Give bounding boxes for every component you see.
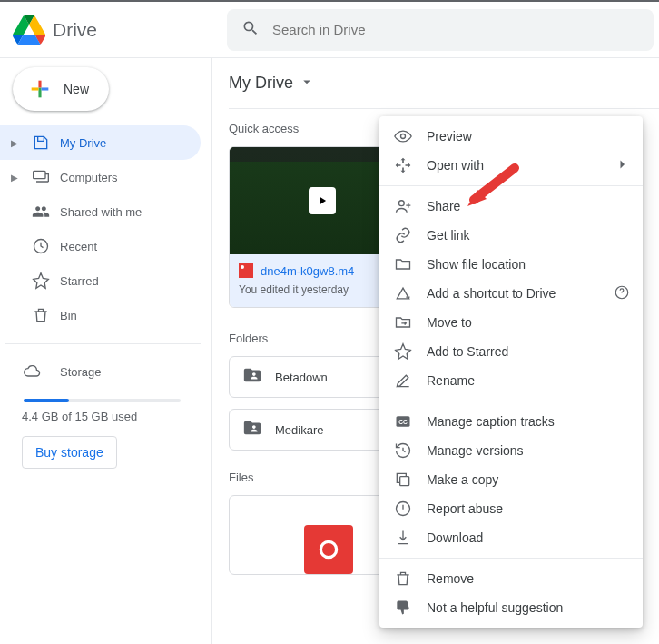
menu-get-link[interactable]: Get link bbox=[379, 221, 643, 250]
thumb-down-icon bbox=[394, 599, 412, 617]
menu-label: Remove bbox=[427, 571, 474, 586]
cc-icon: CC bbox=[394, 412, 412, 431]
menu-label: Move to bbox=[427, 315, 472, 330]
menu-download[interactable]: Download bbox=[379, 523, 643, 552]
menu-remove[interactable]: Remove bbox=[379, 564, 643, 593]
svg-point-3 bbox=[401, 134, 406, 139]
chevron-right-icon bbox=[614, 156, 630, 175]
menu-move-to[interactable]: Move to bbox=[379, 308, 643, 337]
menu-caption-tracks[interactable]: CC Manage caption tracks bbox=[379, 407, 643, 436]
nav-label: Shared with me bbox=[60, 205, 142, 219]
plus-icon bbox=[27, 76, 53, 102]
nav-label: Computers bbox=[60, 171, 118, 184]
nav-label: My Drive bbox=[60, 136, 106, 150]
menu-share[interactable]: Share bbox=[379, 192, 643, 221]
sidebar-item-recent[interactable]: Recent bbox=[0, 229, 201, 263]
trash-icon bbox=[394, 570, 412, 588]
clock-icon bbox=[31, 237, 51, 255]
star-icon bbox=[394, 342, 412, 361]
sidebar-item-starred[interactable]: Starred bbox=[0, 263, 201, 298]
search-box[interactable] bbox=[227, 9, 654, 51]
drive-logo[interactable]: Drive bbox=[13, 14, 227, 46]
new-button[interactable]: New bbox=[13, 67, 109, 111]
menu-label: Share bbox=[427, 199, 460, 213]
nav-label: Starred bbox=[60, 274, 99, 288]
menu-report-abuse[interactable]: Report abuse bbox=[379, 494, 643, 523]
nav-label: Bin bbox=[60, 309, 77, 322]
menu-label: Manage caption tracks bbox=[427, 414, 555, 429]
menu-make-copy[interactable]: Make a copy bbox=[379, 465, 643, 494]
menu-add-starred[interactable]: Add to Starred bbox=[379, 337, 643, 366]
search-input[interactable] bbox=[272, 22, 639, 37]
storage-bar bbox=[24, 399, 181, 402]
menu-label: Rename bbox=[427, 373, 475, 388]
search-icon bbox=[241, 19, 260, 41]
pencil-icon bbox=[394, 372, 412, 390]
history-icon bbox=[394, 441, 412, 460]
svg-text:CC: CC bbox=[398, 419, 408, 425]
move-icon bbox=[394, 313, 412, 332]
download-icon bbox=[394, 529, 412, 547]
sidebar-item-computers[interactable]: ▶ Computers bbox=[0, 160, 201, 194]
context-menu: Preview Open with Share Get link Show fi… bbox=[379, 116, 643, 628]
breadcrumb-row[interactable]: My Drive bbox=[229, 58, 659, 109]
storage-used-text: 4.4 GB of 15 GB used bbox=[22, 410, 186, 423]
copy-icon bbox=[394, 471, 412, 489]
app-name: Drive bbox=[53, 19, 97, 41]
menu-label: Report abuse bbox=[427, 501, 503, 516]
menu-label: Add to Starred bbox=[427, 344, 508, 359]
trash-icon bbox=[31, 306, 51, 324]
menu-label: Make a copy bbox=[427, 472, 498, 487]
person-add-icon bbox=[394, 197, 412, 215]
chevron-right-icon: ▶ bbox=[11, 173, 22, 183]
video-file-icon bbox=[239, 263, 253, 278]
folder-icon bbox=[394, 255, 412, 273]
sidebar-item-bin[interactable]: Bin bbox=[0, 298, 201, 332]
app-header: Drive bbox=[0, 2, 659, 58]
menu-label: Show file location bbox=[427, 257, 526, 272]
svg-point-4 bbox=[398, 201, 404, 206]
svg-point-2 bbox=[320, 541, 336, 557]
nav-label: Recent bbox=[60, 240, 97, 253]
menu-open-with[interactable]: Open with bbox=[379, 151, 643, 180]
menu-label: Get link bbox=[427, 228, 469, 243]
menu-show-location[interactable]: Show file location bbox=[379, 250, 643, 279]
drive-shortcut-icon bbox=[394, 284, 412, 302]
sidebar: New ▶ My Drive ▶ Computers Shared with m… bbox=[0, 58, 212, 644]
menu-manage-versions[interactable]: Manage versions bbox=[379, 436, 643, 465]
storage-label: Storage bbox=[60, 365, 102, 379]
chevron-right-icon: ▶ bbox=[11, 138, 22, 148]
menu-label: Not a helpful suggestion bbox=[427, 600, 563, 615]
link-icon bbox=[394, 226, 412, 244]
menu-label: Open with bbox=[427, 158, 484, 173]
help-icon[interactable] bbox=[614, 284, 630, 303]
menu-preview[interactable]: Preview bbox=[379, 122, 643, 151]
sidebar-item-my-drive[interactable]: ▶ My Drive bbox=[0, 125, 201, 160]
caret-down-icon bbox=[299, 74, 315, 94]
star-icon bbox=[31, 272, 51, 290]
sidebar-item-storage[interactable]: Storage bbox=[22, 357, 186, 386]
menu-label: Download bbox=[427, 530, 483, 545]
folder-shared-icon bbox=[242, 365, 262, 389]
menu-not-helpful[interactable]: Not a helpful suggestion bbox=[379, 593, 643, 622]
folder-name: Betadown bbox=[275, 371, 328, 384]
people-icon bbox=[31, 203, 51, 221]
my-drive-icon bbox=[31, 134, 51, 152]
sidebar-item-shared[interactable]: Shared with me bbox=[0, 194, 201, 229]
svg-rect-0 bbox=[34, 171, 45, 178]
report-icon bbox=[394, 500, 412, 518]
file-type-icon bbox=[304, 525, 353, 574]
menu-label: Manage versions bbox=[427, 443, 524, 458]
open-with-icon bbox=[394, 156, 412, 174]
folder-shared-icon bbox=[242, 418, 262, 441]
cloud-icon bbox=[22, 362, 42, 381]
play-icon bbox=[309, 187, 336, 214]
eye-icon bbox=[394, 127, 412, 145]
menu-rename[interactable]: Rename bbox=[379, 366, 643, 395]
breadcrumb: My Drive bbox=[229, 74, 293, 93]
quick-filename: dne4m-k0gw8.m4 bbox=[261, 264, 354, 278]
new-button-label: New bbox=[64, 82, 89, 96]
buy-storage-button[interactable]: Buy storage bbox=[22, 436, 117, 469]
computers-icon bbox=[31, 168, 51, 186]
menu-add-shortcut[interactable]: Add a shortcut to Drive bbox=[379, 279, 643, 308]
